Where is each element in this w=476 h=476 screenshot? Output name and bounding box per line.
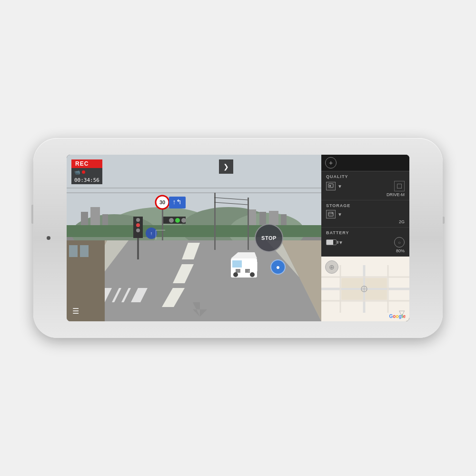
stop-button[interactable]: STOP bbox=[255, 224, 283, 252]
svg-rect-63 bbox=[80, 245, 89, 257]
storage-icon-group: ▼ bbox=[326, 210, 342, 218]
svg-point-70 bbox=[332, 213, 333, 214]
quality-section: QUALITY ▼ □ DRIVE-M bbox=[321, 171, 409, 200]
focus-marker-tl bbox=[156, 230, 165, 239]
battery-fill bbox=[327, 240, 333, 245]
camera-dot bbox=[47, 236, 50, 240]
phone-shell: 30 ↑↰ ↑ bbox=[33, 138, 443, 338]
svg-text:30: 30 bbox=[159, 199, 165, 205]
quality-icon bbox=[326, 182, 336, 190]
rec-info: 📹 bbox=[71, 168, 102, 176]
right-panel: + QUALITY ▼ □ bbox=[321, 155, 409, 321]
svg-point-33 bbox=[175, 218, 180, 223]
svg-point-29 bbox=[136, 223, 140, 227]
location-icon: ● bbox=[276, 263, 280, 271]
svg-rect-78 bbox=[341, 278, 363, 288]
svg-point-28 bbox=[136, 218, 140, 222]
battery-label: BATTERY bbox=[326, 230, 405, 235]
storage-section: STORAGE ▼ 2G bbox=[321, 200, 409, 228]
bottom-icons: ☰ bbox=[72, 307, 79, 316]
map-area[interactable]: Google ⊕ bbox=[321, 257, 409, 321]
rec-overlay: REC 📹 00:34:56 bbox=[71, 159, 102, 184]
svg-text:↑: ↑ bbox=[150, 231, 153, 236]
svg-rect-80 bbox=[341, 290, 363, 300]
quality-label: QUALITY bbox=[326, 174, 405, 179]
svg-text:↑↰: ↑↰ bbox=[173, 198, 182, 206]
svg-point-51 bbox=[250, 272, 255, 277]
battery-section: BATTERY ▼ ○ 80% bbox=[321, 228, 409, 257]
rec-timer: 00:34:56 bbox=[71, 176, 102, 184]
rec-badge: REC bbox=[71, 159, 102, 168]
battery-percent: 80% bbox=[326, 248, 405, 253]
volume-button[interactable] bbox=[31, 205, 33, 224]
panel-top: + bbox=[321, 155, 409, 171]
battery-icon-group: ▼ bbox=[326, 239, 343, 245]
map-center-icon[interactable]: ⊕ bbox=[325, 260, 338, 274]
storage-label: STORAGE bbox=[326, 203, 405, 208]
expand-button[interactable]: ❯ bbox=[219, 159, 233, 174]
screen: 30 ↑↰ ↑ bbox=[67, 155, 409, 321]
svg-rect-43 bbox=[248, 198, 249, 250]
svg-rect-47 bbox=[232, 260, 242, 268]
camera-view: 30 ↑↰ ↑ bbox=[67, 155, 321, 321]
svg-rect-12 bbox=[67, 225, 321, 237]
svg-rect-81 bbox=[365, 290, 387, 300]
rec-dot bbox=[82, 170, 85, 174]
svg-rect-42 bbox=[214, 193, 216, 250]
down-arrow-button[interactable]: ▽ bbox=[399, 308, 405, 317]
focus-marker-br bbox=[248, 262, 258, 271]
menu-icon[interactable]: ☰ bbox=[72, 307, 79, 316]
svg-point-30 bbox=[136, 228, 140, 232]
quality-dropdown[interactable]: ▼ bbox=[337, 184, 342, 189]
svg-point-50 bbox=[233, 272, 238, 277]
battery-icon bbox=[326, 239, 337, 245]
power-button[interactable] bbox=[443, 217, 445, 224]
camera-icon: 📹 bbox=[74, 169, 80, 175]
svg-rect-67 bbox=[329, 185, 331, 187]
battery-circle-icon: ○ bbox=[394, 237, 405, 248]
add-button[interactable]: + bbox=[325, 157, 337, 169]
svg-point-34 bbox=[181, 218, 186, 223]
storage-dropdown[interactable]: ▼ bbox=[337, 212, 342, 217]
quality-right-icon: □ bbox=[394, 181, 405, 191]
svg-point-32 bbox=[169, 218, 174, 223]
quality-icon-group: ▼ bbox=[326, 182, 342, 190]
battery-dropdown[interactable]: ▼ bbox=[338, 240, 343, 245]
svg-rect-62 bbox=[69, 245, 78, 257]
svg-rect-48 bbox=[236, 269, 240, 273]
location-button[interactable]: ● bbox=[270, 259, 286, 275]
quality-value: DRIVE-M bbox=[326, 192, 405, 197]
storage-icon bbox=[326, 210, 336, 218]
svg-rect-79 bbox=[365, 278, 387, 288]
storage-value: 2G bbox=[326, 219, 405, 224]
